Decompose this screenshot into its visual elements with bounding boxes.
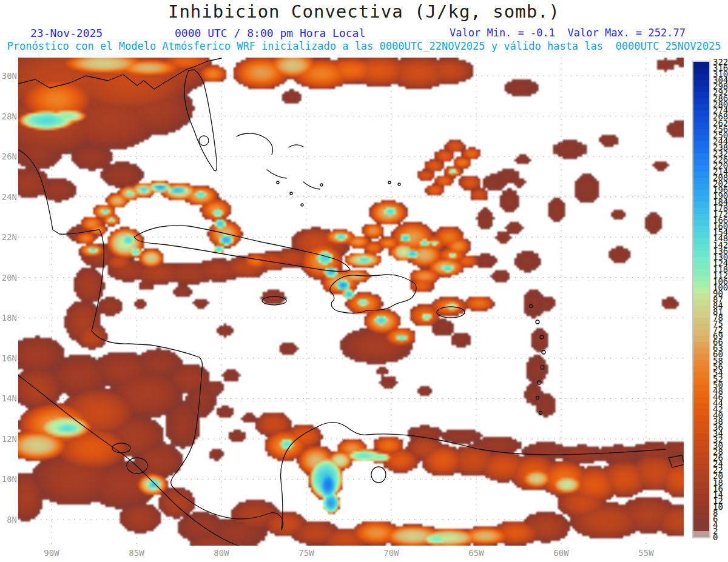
colorbar-cell [693, 458, 709, 464]
island-dot [398, 183, 400, 186]
colorbar-cell [693, 306, 709, 312]
colorbar-cell [693, 506, 709, 512]
colorbar-cell [693, 172, 709, 178]
page-title: Inhibicion Convectiva (J/kg, somb.) [0, 1, 728, 22]
colorbar-cell [693, 184, 709, 190]
island-dot [541, 366, 544, 369]
colorbar-cell [693, 476, 709, 482]
island-dot [536, 396, 539, 400]
colorbar-cell [693, 147, 709, 153]
lat-label-16N: 16N [0, 354, 17, 363]
colorbar-cell [693, 214, 709, 220]
colorbar-cell [693, 135, 709, 141]
island-dot [536, 320, 539, 324]
coast-hispaniola [330, 275, 416, 313]
colorbar-cell [693, 433, 709, 440]
colorbar-cell [693, 488, 709, 494]
colorbar-cell [693, 122, 709, 129]
colorbar-cell [693, 281, 709, 287]
colorbar-cell [693, 287, 709, 293]
colorbar-cell [693, 129, 709, 135]
colorbar-cell [693, 257, 709, 263]
lon-label-90W: 90W [44, 548, 59, 558]
colorbar-cell [693, 62, 709, 68]
valor-min-max: Valor Min. = -0.1 Valor Max. = 252.77 [450, 27, 686, 39]
colorbar-cell [693, 348, 709, 354]
lake-nicaragua [127, 458, 147, 473]
colorbar-cell [693, 68, 709, 74]
colorbar-cell [693, 330, 709, 336]
valor-max: Valor Max. = 252.77 [567, 27, 685, 39]
lon-label-85W: 85W [129, 548, 144, 558]
lat-label-12N: 12N [0, 435, 17, 443]
island-dot [542, 350, 545, 354]
colorbar-cell [693, 86, 709, 92]
coast-puerto-rico [437, 307, 465, 318]
lon-label-75W: 75W [298, 548, 314, 558]
colorbar-cell [693, 336, 709, 342]
colorbar-cell [693, 397, 709, 403]
colorbar-cell [693, 299, 709, 306]
lake-maracaibo [371, 467, 386, 483]
cin-forecast-map-page: Inhibicion Convectiva (J/kg, somb.) 23-N… [0, 0, 728, 562]
colorbar-cell [693, 531, 709, 537]
colorbar-cell [693, 421, 709, 427]
colorbar-cell [693, 384, 709, 390]
colorbar-cell [693, 141, 709, 147]
colorbar-cell [693, 324, 709, 330]
colorbar-cell [693, 226, 709, 232]
coast-mexico-centam-venezuela [18, 150, 666, 530]
colorbar-cell [693, 440, 709, 446]
colorbar-cell [693, 512, 709, 518]
forecast-validity-line: Pronóstico con el Modelo Atmósferico WRF… [0, 40, 728, 52]
lake-okeechobee [199, 136, 209, 146]
colorbar-cell [693, 116, 709, 122]
colorbar-cell [693, 482, 709, 488]
colorbar-cell [693, 244, 709, 250]
colorbar-cell [693, 153, 709, 159]
lon-label-60W: 60W [553, 548, 568, 558]
colorbar-cell [693, 360, 709, 366]
colorbar-cell [693, 190, 709, 196]
colorbar-cell [693, 178, 709, 184]
lon-label-65W: 65W [468, 548, 484, 558]
colorbar-cell [693, 263, 709, 269]
lat-label-10N: 10N [0, 475, 17, 483]
lat-label-14N: 14N [0, 394, 17, 403]
island-dot [277, 181, 279, 184]
colorbar-cell [693, 470, 709, 476]
colorbar-cell [693, 208, 709, 214]
colorbar-cell [693, 159, 709, 166]
coast-bahamas [237, 133, 320, 189]
valor-spacer [555, 27, 567, 39]
colorbar-cell [693, 525, 709, 531]
lat-label-22N: 22N [0, 233, 17, 241]
colorbar-cell [693, 220, 709, 226]
colorbar-cell [693, 354, 709, 360]
map-plot-area: Sisπ - ONAMET/REP.DOM. [18, 58, 684, 546]
colorbar-cell [693, 202, 709, 208]
colorbar-cells [693, 62, 709, 537]
colorbar-cell [693, 318, 709, 324]
lon-label-70W: 70W [383, 548, 399, 558]
island-dot [388, 181, 391, 184]
coast-florida [184, 70, 217, 171]
colorbar-cell [693, 403, 709, 409]
colorbar-cell [693, 452, 709, 458]
island-dot [320, 184, 323, 186]
colorbar-cell [693, 293, 709, 299]
colorbar-tick-0: 0 [713, 534, 718, 541]
valid-date: 23-Nov-2025 [30, 27, 103, 39]
colorbar-cell [693, 391, 709, 397]
colorbar-cell [693, 232, 709, 238]
colorbar-cell [693, 275, 709, 281]
lon-label-80W: 80W [214, 548, 229, 558]
lon-label-55W: 55W [638, 548, 653, 558]
coast-us-gulf [18, 58, 221, 89]
lat-label-26N: 26N [0, 152, 17, 161]
colorbar-cell [693, 238, 709, 244]
island-dot [539, 412, 542, 415]
colorbar-cell [693, 269, 709, 275]
colorbar-cell [693, 415, 709, 421]
colorbar-cell [693, 427, 709, 433]
